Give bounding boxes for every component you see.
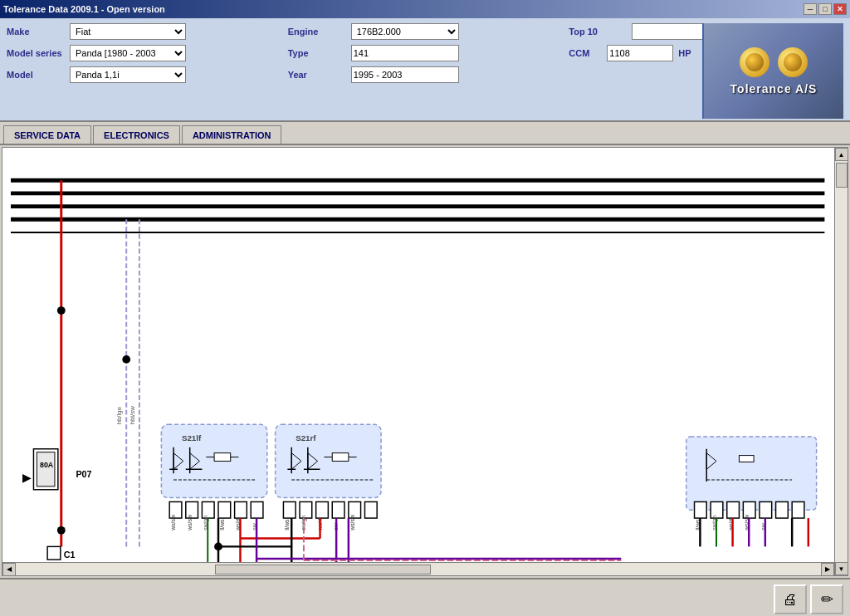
tab-service-data[interactable]: SERVICE DATA xyxy=(3,125,91,144)
header-right: Top 10 CCM HP Tolerance A/S xyxy=(569,23,843,115)
scroll-right-button[interactable]: ▶ xyxy=(821,563,834,576)
scroll-track-vertical[interactable] xyxy=(835,161,848,562)
tab-administration[interactable]: ADMINISTRATION xyxy=(182,125,282,144)
svg-rect-48 xyxy=(235,501,247,518)
horizontal-scrollbar[interactable]: ◀ ▶ xyxy=(2,562,834,575)
logo-circles xyxy=(740,47,808,77)
title-bar-controls: ─ □ ✕ xyxy=(804,3,847,15)
wiring-diagram: 80A P07 ▶ C1 hb/lge hbl/sw S21lf xyxy=(2,148,848,563)
edit-icon: ✏ xyxy=(821,590,833,609)
svg-point-6 xyxy=(57,306,66,315)
svg-text:S21rf: S21rf xyxy=(296,433,316,442)
bottom-bar: 🖨 ✏ xyxy=(0,578,850,616)
svg-text:ll/ws: ll/ws xyxy=(284,519,290,530)
svg-rect-55 xyxy=(364,501,377,518)
print-icon: 🖨 xyxy=(783,591,798,609)
svg-rect-97 xyxy=(792,501,804,518)
svg-rect-50 xyxy=(283,501,296,518)
header-mid: Engine 176B2.000 Type Year xyxy=(288,23,563,115)
logo-circle-left xyxy=(740,47,769,77)
type-row: Type xyxy=(288,45,563,61)
make-select[interactable]: Fiat xyxy=(70,23,186,40)
scroll-up-button[interactable]: ▲ xyxy=(835,148,848,161)
svg-rect-40 xyxy=(332,453,349,462)
model-series-row: Model series Panda [1980 - 2003 xyxy=(7,45,281,61)
type-label: Type xyxy=(288,48,346,58)
svg-rect-13 xyxy=(47,546,61,560)
header-panel: Make Fiat Model series Panda [1980 - 200… xyxy=(0,18,850,122)
year-label: Year xyxy=(288,70,346,80)
svg-text:▶: ▶ xyxy=(22,472,32,484)
logo-area: Tolerance A/S xyxy=(702,23,843,119)
ccm-label: CCM xyxy=(569,48,602,58)
svg-text:ws/sw: ws/sw xyxy=(170,515,176,531)
svg-text:ws/sw: ws/sw xyxy=(349,515,355,531)
year-input[interactable] xyxy=(351,66,459,83)
svg-text:hbl/sw: hbl/sw xyxy=(129,406,136,425)
ccm-input[interactable] xyxy=(607,45,673,61)
svg-text:80A: 80A xyxy=(40,461,54,469)
title-bar: Tolerance Data 2009.1 - Open version ─ □… xyxy=(0,0,850,18)
print-button[interactable]: 🖨 xyxy=(774,584,807,614)
close-button[interactable]: ✕ xyxy=(833,3,847,15)
scroll-track-horizontal[interactable] xyxy=(16,563,821,575)
svg-text:P07: P07 xyxy=(76,469,91,479)
make-label: Make xyxy=(7,27,65,37)
svg-point-84 xyxy=(214,542,222,550)
svg-rect-53 xyxy=(332,501,344,518)
model-select[interactable]: Panda 1,1i xyxy=(70,66,186,83)
svg-rect-49 xyxy=(251,501,263,518)
maximize-button[interactable]: □ xyxy=(818,3,832,15)
engine-row: Engine 176B2.000 xyxy=(288,23,563,40)
logo-circle-right xyxy=(778,47,808,77)
svg-rect-47 xyxy=(218,501,231,518)
svg-text:hb/lge: hb/lge xyxy=(115,407,123,424)
svg-text:ws/sw: ws/sw xyxy=(187,515,193,531)
svg-rect-95 xyxy=(760,501,772,518)
type-input[interactable] xyxy=(351,45,459,61)
model-series-select[interactable]: Panda [1980 - 2003 xyxy=(70,45,186,61)
model-row: Model Panda 1,1i xyxy=(7,66,281,83)
header-left: Make Fiat Model series Panda [1980 - 200… xyxy=(7,23,281,115)
scroll-left-button[interactable]: ◀ xyxy=(2,563,16,576)
svg-point-7 xyxy=(57,526,66,535)
edit-button[interactable]: ✏ xyxy=(810,584,843,614)
svg-rect-28 xyxy=(214,453,231,462)
scroll-thumb-vertical[interactable] xyxy=(836,163,848,188)
scroll-down-button[interactable]: ▼ xyxy=(835,562,848,575)
svg-rect-93 xyxy=(727,501,740,518)
title-text: Tolerance Data 2009.1 - Open version xyxy=(3,4,165,14)
engine-select[interactable]: 176B2.000 xyxy=(351,23,459,40)
svg-rect-89 xyxy=(739,456,754,462)
logo-circle-inner-left xyxy=(745,53,764,71)
svg-rect-52 xyxy=(316,501,329,518)
logo-text: Tolerance A/S xyxy=(730,82,818,95)
nav-tabs: SERVICE DATA ELECTRONICS ADMINISTRATION xyxy=(0,122,850,145)
logo-circle-inner-right xyxy=(784,53,802,71)
scroll-thumb-horizontal[interactable] xyxy=(215,565,431,574)
top10-label: Top 10 xyxy=(569,27,627,37)
svg-text:ll/ws: ll/ws xyxy=(219,519,225,530)
model-label: Model xyxy=(7,70,65,80)
engine-label: Engine xyxy=(288,27,346,37)
svg-rect-91 xyxy=(695,501,707,518)
svg-text:C1: C1 xyxy=(64,550,76,560)
svg-rect-96 xyxy=(776,501,789,518)
main-content: 80A P07 ▶ C1 hb/lge hbl/sw S21lf xyxy=(2,147,848,576)
svg-rect-86 xyxy=(686,437,817,510)
tab-electronics[interactable]: ELECTRONICS xyxy=(93,125,180,144)
model-series-label: Model series xyxy=(7,48,65,58)
year-row: Year xyxy=(288,66,563,83)
minimize-button[interactable]: ─ xyxy=(804,3,817,15)
make-row: Make Fiat xyxy=(7,23,281,40)
svg-point-17 xyxy=(122,355,130,364)
svg-text:S21lf: S21lf xyxy=(182,433,202,442)
vertical-scrollbar[interactable]: ▲ ▼ xyxy=(834,148,848,575)
